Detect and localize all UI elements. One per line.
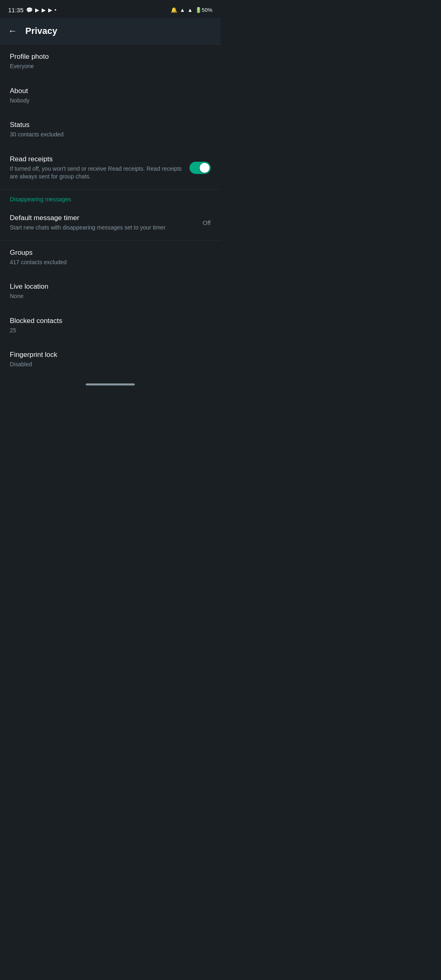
- default-timer-item[interactable]: Default message timer Start new chats wi…: [0, 206, 220, 240]
- about-text: About Nobody: [10, 87, 211, 105]
- signal-icon: ▲: [187, 7, 193, 13]
- youtube-icon-3: ▶: [48, 7, 52, 13]
- live-location-title: Live location: [10, 283, 211, 291]
- blocked-contacts-text: Blocked contacts 25: [10, 317, 211, 335]
- page-title: Privacy: [25, 26, 57, 36]
- live-location-subtitle: None: [10, 292, 211, 301]
- default-timer-title: Default message timer: [10, 214, 198, 222]
- default-timer-value: Off: [203, 219, 211, 226]
- back-button[interactable]: ←: [8, 26, 17, 36]
- fingerprint-lock-text: Fingerprint lock Disabled: [10, 351, 211, 369]
- live-location-text: Live location None: [10, 283, 211, 301]
- status-left: 11:35 💬 ▶ ▶ ▶ •: [8, 7, 56, 13]
- disappearing-section-header: Disappearing messages: [0, 189, 220, 206]
- profile-photo-text: Profile photo Everyone: [10, 53, 211, 71]
- groups-text: Groups 417 contacts excluded: [10, 249, 211, 267]
- status-title: Status: [10, 121, 211, 129]
- blocked-contacts-subtitle: 25: [10, 327, 211, 335]
- mute-icon: 🔔: [171, 7, 177, 13]
- status-text: Status 30 contacts excluded: [10, 121, 211, 139]
- read-receipts-title: Read receipts: [10, 155, 183, 163]
- read-receipts-toggle[interactable]: [189, 162, 211, 174]
- about-title: About: [10, 87, 211, 95]
- blocked-contacts-item[interactable]: Blocked contacts 25: [0, 309, 220, 343]
- groups-title: Groups: [10, 249, 211, 257]
- read-receipts-text: Read receipts If turned off, you won't s…: [10, 155, 183, 181]
- wifi-icon: ▲: [180, 7, 185, 13]
- youtube-icon-2: ▶: [42, 7, 46, 13]
- groups-subtitle: 417 contacts excluded: [10, 258, 211, 267]
- fingerprint-lock-title: Fingerprint lock: [10, 351, 211, 359]
- battery-icon: 🔋 50%: [195, 7, 212, 13]
- default-timer-text: Default message timer Start new chats wi…: [10, 214, 198, 232]
- profile-photo-title: Profile photo: [10, 53, 211, 61]
- read-receipts-subtitle: If turned off, you won't send or receive…: [10, 165, 183, 181]
- groups-item[interactable]: Groups 417 contacts excluded: [0, 241, 220, 275]
- profile-photo-subtitle: Everyone: [10, 62, 211, 71]
- live-location-item[interactable]: Live location None: [0, 274, 220, 309]
- home-indicator: [0, 377, 220, 389]
- status-right: 🔔 ▲ ▲ 🔋 50%: [171, 7, 212, 13]
- status-bar: 11:35 💬 ▶ ▶ ▶ • 🔔 ▲ ▲ 🔋 50%: [0, 0, 220, 18]
- status-time: 11:35: [8, 7, 24, 13]
- youtube-icon-1: ▶: [35, 7, 39, 13]
- default-timer-subtitle: Start new chats with disappearing messag…: [10, 224, 198, 232]
- chat-bubble-icon: 💬: [26, 7, 33, 13]
- about-item[interactable]: About Nobody: [0, 79, 220, 113]
- fingerprint-lock-item[interactable]: Fingerprint lock Disabled: [0, 343, 220, 377]
- about-subtitle: Nobody: [10, 97, 211, 105]
- fingerprint-lock-subtitle: Disabled: [10, 361, 211, 369]
- app-bar: ← Privacy: [0, 18, 220, 44]
- read-receipts-item[interactable]: Read receipts If turned off, you won't s…: [0, 147, 220, 189]
- blocked-contacts-title: Blocked contacts: [10, 317, 211, 325]
- toggle-knob: [200, 163, 209, 173]
- profile-photo-item[interactable]: Profile photo Everyone: [0, 45, 220, 79]
- status-subtitle: 30 contacts excluded: [10, 131, 211, 139]
- status-item[interactable]: Status 30 contacts excluded: [0, 113, 220, 147]
- dot-icon: •: [55, 7, 57, 13]
- home-bar: [86, 383, 135, 385]
